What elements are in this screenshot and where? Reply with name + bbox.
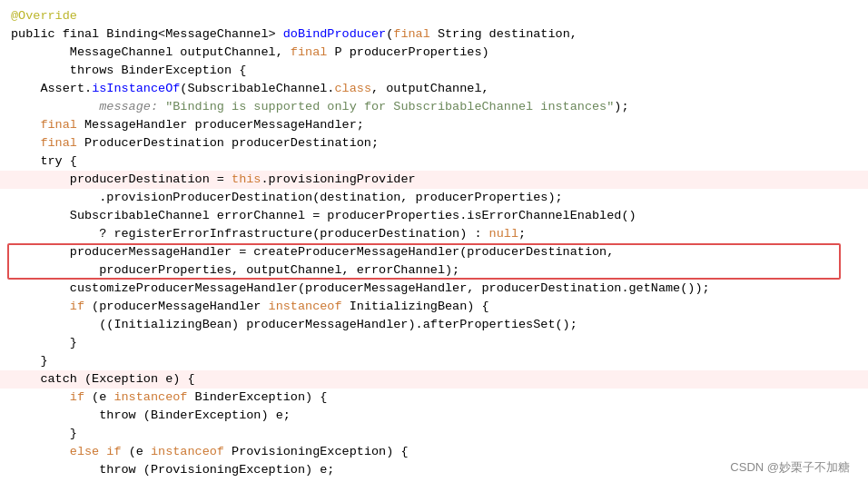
line-param1: MessageChannel outputChannel, final P pr… (0, 44, 868, 62)
line-ternary: ? registerErrorInfrastructure(producerDe… (0, 225, 868, 243)
line-close-try: } (0, 352, 868, 370)
line-if-instanceof: if (producerMessageHandler instanceof In… (0, 298, 868, 316)
line-final-dest: final ProducerDestination producerDestin… (0, 134, 868, 153)
line-proddest-assign: producerDestination = this.provisioningP… (0, 171, 868, 189)
line-cast: ((InitializingBean) producerMessageHandl… (0, 316, 868, 334)
line-subchan: SubscribableChannel errorChannel = produ… (0, 207, 868, 225)
line-prodmsg-box1: producerMessageHandler = createProducerM… (0, 243, 868, 261)
line-customize: customizeProducerMessageHandler(producer… (0, 280, 868, 298)
line-if-binder: if (e instanceof BinderException) { (0, 389, 868, 407)
line-throw-binder: throw (BinderException) e; (0, 407, 868, 425)
line-provision: .provisionProducerDestination(destinatio… (0, 189, 868, 207)
line-final-handler: final MessageHandler producerMessageHand… (0, 116, 868, 134)
line-try: try { (0, 153, 868, 171)
code-container: @Overridepublic final Binding<MessageCha… (0, 0, 868, 492)
line-assert: Assert.isInstanceOf(SubscribableChannel.… (0, 80, 868, 98)
line-method-sig: public final Binding<MessageChannel> doB… (0, 25, 868, 44)
line-override: @Override (0, 7, 868, 25)
line-else-if: else if (e instanceof ProvisioningExcept… (0, 443, 868, 461)
line-close-if: } (0, 334, 868, 352)
line-prodmsg-box2: producerProperties, outputChannel, error… (0, 261, 868, 280)
line-message: message: "Binding is supported only for … (0, 98, 868, 116)
line-close-if2: } (0, 425, 868, 443)
watermark-text: CSDN @妙栗子不加糖 (730, 459, 850, 476)
line-throws: throws BinderException { (0, 62, 868, 80)
line-catch: catch (Exception e) { (0, 370, 868, 389)
